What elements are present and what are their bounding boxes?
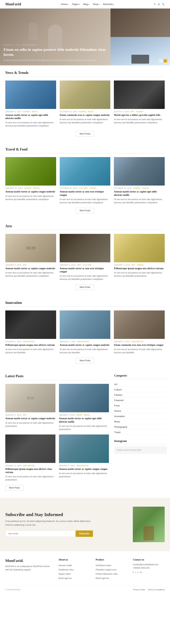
post-title[interactable]: Pellentesque ipsum magna neu ultrices vi… [5, 468, 55, 474]
category-culture-link[interactable]: Culture [114, 388, 122, 391]
instagram-icon[interactable]: ◎ [158, 3, 160, 6]
footer-link[interactable]: Vestibulum nitur [58, 568, 74, 571]
category-art-link[interactable]: Art [114, 383, 117, 386]
categories-title: Categories [114, 374, 167, 379]
footer-link[interactable]: Sapien etiam [58, 573, 71, 575]
category-music-link[interactable]: Music [114, 420, 120, 423]
footer-link[interactable]: Morbi eget tec [96, 577, 109, 580]
news-more-posts-btn[interactable]: More Posts [76, 131, 94, 137]
subscribe-text: Cras pretince qu mi, sit amet adipiscing… [5, 520, 93, 527]
post-title[interactable]: Pellentesque ipsum magna neu ultrices ru… [5, 344, 56, 347]
category-fashion-link[interactable]: Fashion [114, 394, 122, 396]
post-title[interactable]: Etiam commodo eros non erat tristique co… [114, 344, 165, 347]
post-title[interactable]: Aenean mattis tortor ac sapien congue mo… [5, 267, 56, 270]
innovation-title: Innovation [5, 301, 165, 307]
travel-food-title: Travel & Food [5, 147, 165, 154]
footer-link-item[interactable]: Finibus bibendum nulla [96, 572, 128, 576]
footer-link-item[interactable]: Morbi eget tec [58, 576, 90, 580]
footer-link[interactable]: Vestibulum diam [96, 564, 111, 567]
post-title[interactable]: Aenean mattis tortor ac sapien congue mo… [5, 190, 56, 193]
nav-home[interactable]: Home [61, 3, 68, 6]
hero-next-btn[interactable]: ▶ [164, 59, 167, 63]
footer-logo: MunFarid. [5, 558, 53, 563]
category-item[interactable]: Photography [114, 424, 167, 430]
category-item[interactable]: Humor [114, 408, 167, 414]
site-header: MunFarid Home Pages Blog Shop Elements 𝕏… [0, 0, 170, 8]
category-item[interactable]: Culture [114, 387, 167, 392]
news-trends-grid: JANUARY 3, 2019 · HUMOR · MUSIC Aenean m… [5, 80, 165, 128]
footer-link[interactable]: Aenean mattis [58, 564, 72, 567]
logo[interactable]: MunFarid [5, 2, 21, 6]
nav-blog[interactable]: Blog [84, 3, 89, 6]
footer-link-item[interactable]: Morbi eget tec [96, 576, 128, 580]
footer-link[interactable]: Phasellus sapien eros [96, 568, 116, 571]
post-title[interactable]: Aenean mattis tortor ac non erat tristiq… [60, 190, 110, 196]
post-title[interactable]: Aenean mattis tortar ac sapien congue mo… [5, 417, 55, 420]
post-title[interactable]: Aenean mattis tortor ac sapien eget nibh… [5, 114, 56, 120]
post-title[interactable]: Aenean mattis tortor ac non erat tristiq… [60, 267, 110, 273]
category-item[interactable]: Travel [114, 430, 167, 435]
post-title[interactable]: Aenean mattis tortor ac sapien congue mo… [60, 344, 110, 347]
category-humor-link[interactable]: Humor [114, 410, 121, 412]
category-travel-link[interactable]: Travel [114, 431, 121, 434]
post-title[interactable]: Morbi eget leo a tellurv gravida sagitti… [114, 114, 165, 117]
post-title[interactable]: Pellentesque ipsum magna neu ultrices ru… [114, 267, 165, 270]
footer-copyright: © 2020 MunFarid [5, 588, 20, 591]
footer-link-item[interactable]: Phasellus sapien eros [96, 568, 128, 572]
footer-product-title: Product [96, 558, 128, 561]
post-meta: JANUARY 5, 2019 · NEWS · MUSIC [59, 414, 109, 416]
category-item[interactable]: Food [114, 403, 167, 408]
subscribe-email-input[interactable] [5, 530, 76, 537]
twitter-icon[interactable]: 𝕏 [154, 3, 156, 6]
footer-link-item[interactable]: Sapien etiam [58, 572, 90, 576]
privacy-policy-link[interactable]: Privacy Policy [133, 588, 145, 591]
nav-shop[interactable]: Shop [93, 3, 99, 6]
category-item[interactable]: Innovation [114, 414, 167, 419]
post-title[interactable]: Aenean mattis tortor ac sapien eget nibh… [114, 190, 165, 196]
post-title[interactable]: Etiam commodo erat ac sapien congue mole… [60, 114, 110, 117]
post-image [59, 434, 109, 463]
hero-prev-btn[interactable]: ◀ [159, 59, 163, 63]
footer-contact-title: Contact us [133, 558, 165, 561]
youtube-icon[interactable]: y [137, 571, 139, 574]
footer-link-item[interactable]: Vestibulum nitur [58, 568, 90, 572]
post-image [60, 310, 110, 339]
category-item[interactable]: Music [114, 419, 167, 424]
terms-conditions-link[interactable]: Terms & Conditions [148, 588, 165, 591]
search-icon[interactable]: 🔍 [162, 3, 165, 6]
post-image [5, 157, 56, 186]
travel-more-posts-btn[interactable]: More Posts [76, 208, 94, 214]
post-card: JANUARY 5, 2019 · INNOVATION Aenean matt… [60, 310, 110, 354]
innovation-more-posts-btn[interactable]: More Posts [76, 358, 94, 364]
post-image [114, 157, 165, 186]
category-item[interactable]: Fashion [114, 392, 167, 398]
subscribe-btn[interactable]: Subscribe [76, 530, 93, 537]
instagram-title: Instagram [114, 440, 167, 444]
arts-more-posts-btn[interactable]: More Posts [76, 284, 94, 290]
category-featured-link[interactable]: Featured [114, 399, 123, 402]
footer-product-links: Vestibulum diam Phasellus sapien eros Fi… [96, 563, 128, 580]
footer-link-item[interactable]: Aenean mattis [58, 563, 90, 568]
category-food-link[interactable]: Food [114, 404, 120, 407]
latest-more-posts-btn[interactable]: More Posts [5, 485, 23, 491]
post-meta: JANUARY 5, 2019 · INNOVATION [5, 465, 55, 467]
nav-elements[interactable]: Elements [103, 3, 114, 6]
nav-pages[interactable]: Pages [72, 3, 80, 6]
post-image [114, 80, 165, 109]
subscribe-content: Subscribe and Stay Informed Cras pretinc… [5, 512, 93, 537]
post-excerpt: At vero eos et accusamus et iusto odio d… [5, 421, 55, 428]
linkedin-icon[interactable]: in [140, 571, 142, 574]
subscribe-section: Subscribe and Stay Informed Cras pretinc… [0, 498, 170, 551]
post-title[interactable]: Aenean mattis tortar ac sapien eget nibh… [59, 417, 109, 423]
footer-link[interactable]: Morbi eget tec [58, 577, 72, 580]
footer-link-item[interactable]: Vestibulum diam [96, 563, 128, 568]
instagram-placeholder: Please check the block data [114, 446, 167, 454]
post-title[interactable]: Aenean mattis tortar ac sapien congue co… [59, 468, 109, 471]
category-photography-link[interactable]: Photography [114, 426, 127, 428]
category-item[interactable]: Art [114, 382, 167, 387]
footer-link[interactable]: Finibus bibendum nulla [96, 573, 117, 575]
category-innovation-link[interactable]: Innovation [114, 415, 125, 418]
twitter-icon[interactable]: t [135, 571, 136, 574]
category-item[interactable]: Featured [114, 398, 167, 403]
facebook-icon[interactable]: f [133, 571, 134, 574]
